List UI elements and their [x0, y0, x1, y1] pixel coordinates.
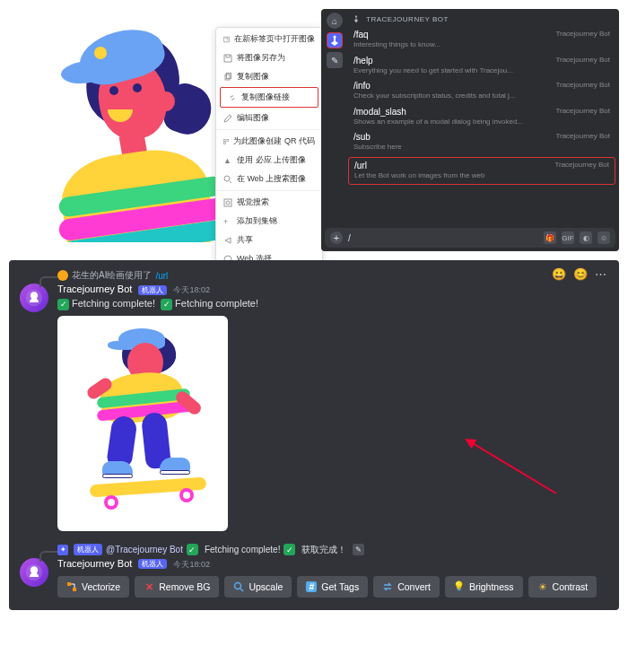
upscale-button[interactable]: Upscale: [224, 576, 292, 598]
svg-rect-3: [224, 139, 226, 141]
timestamp: 今天18:02: [173, 285, 210, 294]
ctx-label: 为此图像创建 QR 代码: [233, 135, 315, 147]
svg-rect-5: [224, 142, 226, 144]
slash-cmd-url[interactable]: Tracejourney Bot/urlLet the Bot work on …: [348, 157, 615, 185]
svg-rect-2: [227, 73, 231, 78]
input-text: /: [348, 233, 538, 243]
bot-tag: 机器人: [74, 544, 102, 555]
removebg-icon: ✕: [144, 581, 154, 592]
upload-icon: ▲: [223, 156, 232, 165]
reply-command: /url: [155, 271, 168, 281]
check-icon: ✓: [161, 299, 172, 310]
convert-icon: [382, 581, 393, 592]
svg-rect-4: [227, 139, 229, 141]
ctx-share[interactable]: 共享: [216, 231, 322, 249]
bulb-icon: 💡: [454, 581, 465, 592]
ctx-label: 复制图像链接: [241, 92, 290, 103]
hashtag-icon: #: [306, 581, 317, 592]
svg-rect-0: [224, 37, 230, 42]
status-text: ✓Fetching complete! ✓Fetching complete!: [57, 298, 608, 310]
bot-square-icon: ✦: [57, 545, 68, 555]
reply-indicator[interactable]: 花生的AI绘画使用了 /url: [20, 269, 608, 282]
timestamp: 今天18:02: [173, 560, 210, 569]
reply-indicator-2[interactable]: ✦ 机器人 @Tracejourney Bot ✓Fetching comple…: [20, 544, 608, 556]
check-icon: ✓: [57, 299, 69, 310]
copy-icon: [223, 73, 232, 82]
ctx-copy-image-link[interactable]: 复制图像链接: [220, 87, 318, 108]
convert-button[interactable]: Convert: [373, 576, 440, 598]
open-icon: [223, 35, 230, 44]
edit-icon[interactable]: ✎: [353, 544, 364, 555]
tracejourney-app-icon[interactable]: [327, 32, 343, 48]
qr-icon: [223, 137, 229, 146]
bot-message-2: Tracejourney Bot 机器人 今天18:02 Vectorize ✕…: [20, 558, 608, 598]
ctx-edit-image[interactable]: 编辑图像: [216, 109, 322, 127]
slash-cmd-faq[interactable]: Tracejourney Bot/faqInteresting things t…: [348, 27, 615, 53]
vectorize-button[interactable]: Vectorize: [57, 576, 129, 598]
attach-icon[interactable]: +: [330, 231, 343, 244]
ctx-label: 将图像另存为: [237, 52, 285, 64]
check-icon: ✓: [283, 544, 295, 555]
slash-command-list: Tracejourney Bot/faqInteresting things t…: [348, 27, 615, 185]
username[interactable]: Tracejourney Bot: [57, 284, 132, 294]
ctx-search-web[interactable]: 在 Web 上搜索图像: [216, 170, 322, 188]
slash-header-label: TRACEJOURNEY BOT: [366, 15, 449, 23]
ctx-label: 共享: [237, 234, 253, 246]
svg-rect-14: [73, 588, 76, 591]
search-icon: [223, 175, 232, 184]
bot-avatar[interactable]: [20, 558, 48, 587]
mention: @Tracejourney Bot: [106, 545, 183, 554]
home-icon[interactable]: ⌂: [327, 13, 343, 29]
ctx-label: 在新标签页中打开图像: [234, 33, 315, 45]
visual-search-icon: [223, 198, 232, 207]
ctx-copy-image[interactable]: 复制图像: [216, 67, 322, 86]
share-icon: [223, 236, 232, 245]
contrast-button[interactable]: ☀Contrast: [528, 576, 597, 598]
check-icon: ✓: [187, 544, 198, 555]
pencil-app-icon[interactable]: ✎: [327, 52, 343, 68]
svg-rect-13: [67, 582, 71, 586]
removebg-button[interactable]: ✕Remove BG: [135, 576, 219, 598]
edit-icon: [223, 114, 232, 123]
browser-context-menu: 在新标签页中打开图像 将图像另存为 复制图像 复制图像链接 编辑图像 为此图像创…: [215, 27, 323, 271]
sticker-icon[interactable]: ◐: [580, 231, 592, 244]
sun-icon: ☀: [537, 581, 548, 592]
slash-header: TRACEJOURNEY BOT: [325, 13, 615, 27]
image-with-context-menu: 在新标签页中打开图像 将图像另存为 复制图像 复制图像链接 编辑图像 为此图像创…: [9, 9, 314, 251]
ctx-label: 添加到集锦: [237, 215, 277, 227]
username[interactable]: Tracejourney Bot: [57, 558, 132, 569]
slash-cmd-modal[interactable]: Tracejourney Bot/modal_slashShows an exa…: [348, 104, 615, 130]
save-icon: [223, 54, 232, 63]
discord-message-input[interactable]: + / 🎁 GIF ◐ ☺: [325, 228, 615, 248]
ctx-qr-code[interactable]: 为此图像创建 QR 代码: [216, 132, 322, 151]
slash-cmd-help[interactable]: Tracejourney Bot/helpEverything you need…: [348, 53, 615, 79]
bot-avatar[interactable]: [20, 284, 48, 312]
link-icon: [228, 93, 237, 102]
character-illustration: [9, 9, 224, 242]
discord-chat-panel: 😀 😊 ⋯ 花生的AI绘画使用了 /url Tracejourney Bot 机…: [9, 260, 619, 610]
ctx-save-image[interactable]: 将图像另存为: [216, 48, 322, 67]
svg-rect-7: [224, 199, 231, 206]
gettags-button[interactable]: #Get Tags: [297, 576, 368, 598]
ctx-label: 复制图像: [237, 71, 269, 83]
ctx-label: 在 Web 上搜索图像: [237, 173, 306, 185]
brightness-button[interactable]: 💡Brightness: [445, 576, 523, 598]
ctx-upload-bing[interactable]: ▲使用 必应 上传图像: [216, 151, 322, 170]
bot-tag: 机器人: [138, 285, 167, 295]
gif-icon[interactable]: GIF: [562, 231, 574, 244]
bot-tag: 机器人: [138, 559, 167, 569]
ctx-add-collection[interactable]: +添加到集锦: [216, 212, 322, 231]
collection-icon: +: [223, 217, 232, 226]
reply-username: 花生的AI绘画使用了: [72, 269, 152, 282]
slash-cmd-sub[interactable]: Tracejourney Bot/subSubscribe here: [348, 129, 615, 155]
ctx-visual-search[interactable]: 视觉搜索: [216, 193, 322, 212]
emoji-icon[interactable]: ☺: [597, 231, 610, 244]
svg-point-6: [224, 176, 230, 181]
result-image[interactable]: [57, 316, 228, 531]
svg-rect-1: [225, 74, 230, 80]
slash-cmd-info[interactable]: Tracejourney Bot/infoCheck your subscrip…: [348, 78, 615, 104]
ctx-open-new-tab[interactable]: 在新标签页中打开图像: [216, 30, 322, 48]
ctx-label: 使用 必应 上传图像: [237, 154, 306, 166]
svg-point-8: [226, 201, 230, 205]
gift-icon[interactable]: 🎁: [544, 231, 556, 244]
